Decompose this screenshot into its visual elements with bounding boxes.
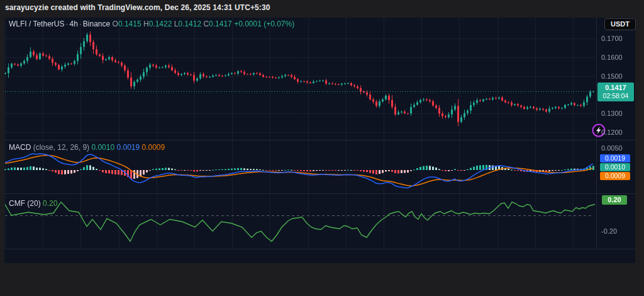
ohlc-close-value: 0.1417	[209, 20, 232, 28]
price-axis-label: 0.1700	[601, 35, 623, 42]
macd-hist-badge: 0.0010	[600, 163, 630, 171]
last-price-value: 0.1417	[597, 84, 634, 92]
symbol-title: WLFI / TetherUS	[9, 20, 64, 28]
ohlc-change-value: +0.0001 (+0.07%)	[234, 20, 294, 28]
price-axis-label: 0.1300	[601, 110, 623, 117]
macd-signal-badge: 0.0009	[600, 172, 630, 180]
price-axis-label: 0.1500	[601, 72, 623, 80]
ohlc-close-label: C	[203, 20, 209, 28]
cmf-value: 0.20	[43, 199, 57, 208]
chart-widget	[4, 18, 635, 263]
attribution-text: sarayucyzie created with TradingView.com…	[5, 3, 270, 12]
macd-axis-label: 0.0050	[601, 144, 623, 152]
macd-params: (close, 12, 26, 9)	[33, 143, 89, 152]
ohlc-open-label: O	[113, 20, 118, 28]
ohlc-open-value: 0.1415	[118, 20, 142, 28]
cmf-legend: CMF (20) 0.20	[9, 199, 57, 208]
tradingview-screenshot-frame: sarayucyzie created with TradingView.com…	[0, 0, 644, 296]
price-axis-label: 0.1200	[601, 128, 623, 136]
symbol-interval: 4h	[69, 20, 77, 28]
symbol-legend: WLFI / TetherUS·4h·Binance O0.1415 H0.14…	[9, 20, 294, 28]
price-axis-label: 0.1600	[601, 54, 623, 61]
macd-hist-value: 0.0010	[91, 143, 114, 152]
symbol-exchange: Binance	[83, 20, 110, 28]
macd-line-value: 0.0019	[116, 143, 140, 152]
last-price-badge: 0.1417 02:58:04	[597, 83, 634, 101]
macd-label: MACD	[9, 143, 31, 152]
bar-countdown: 02:58:04	[597, 92, 634, 100]
macd-line-badge: 0.0019	[600, 154, 630, 162]
footer-bar: TradingView	[0, 263, 644, 296]
ohlc-high-value: 0.1422	[149, 20, 172, 28]
ohlc-high-label: H	[143, 20, 149, 28]
cmf-badge: 0.20	[602, 195, 627, 205]
cmf-label: CMF (20)	[9, 199, 41, 208]
macd-legend: MACD (close, 12, 26, 9) 0.0010 0.0019 0.…	[9, 143, 165, 152]
ohlc-low-value: 0.1412	[178, 20, 201, 28]
macd-signal-value: 0.0009	[142, 143, 165, 152]
chart-canvas[interactable]	[4, 18, 635, 263]
cmf-axis-label: -0.20	[601, 227, 617, 235]
